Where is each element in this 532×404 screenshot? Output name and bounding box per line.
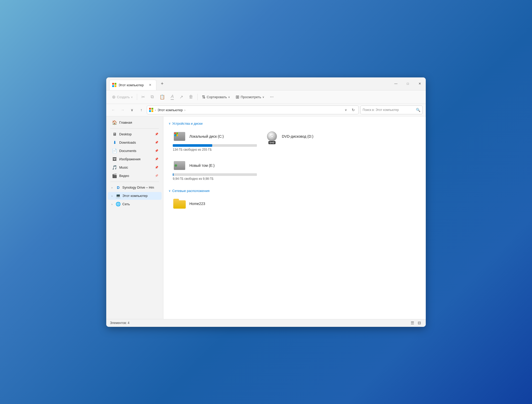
sidebar-item-home[interactable]: 🏠 Главная bbox=[108, 119, 162, 127]
titlebar: Этот компьютер ✕ + — □ ✕ bbox=[106, 77, 426, 90]
sort-chevron: ∨ bbox=[228, 96, 230, 98]
status-view-controls: ☰ ⊟ bbox=[410, 320, 422, 326]
main-window: Этот компьютер ✕ + — □ ✕ ⊕ Создать ∨ ✂ ⧉… bbox=[106, 77, 426, 327]
downloads-label: Downloads bbox=[119, 141, 153, 144]
view-label: Просмотреть bbox=[241, 95, 261, 99]
drive-e-info: 9,94 ГБ свободно из 9,98 ГБ bbox=[173, 177, 257, 181]
synology-icon: D bbox=[116, 185, 121, 190]
view-grid-button[interactable]: ⊟ bbox=[417, 320, 422, 326]
pictures-pin-icon: 📌 bbox=[155, 157, 158, 161]
up-button[interactable]: ↑ bbox=[137, 106, 145, 114]
delete-icon: 🗑 bbox=[189, 94, 193, 100]
folder-home223-name: Home223 bbox=[189, 202, 205, 206]
maximize-button[interactable]: □ bbox=[402, 77, 414, 90]
folder-home223-item[interactable]: Home223 bbox=[171, 196, 259, 211]
drive-c-body bbox=[174, 132, 185, 141]
address-bar[interactable]: › Этот компьютер › ∨ ↻ bbox=[147, 105, 359, 114]
new-tab-button[interactable]: + bbox=[158, 80, 166, 88]
synology-label: Synology Drive – Hm bbox=[122, 186, 154, 189]
dvd-disc bbox=[267, 131, 277, 141]
documents-icon: 📄 bbox=[112, 148, 117, 154]
main-area: 🏠 Главная 🖥 Desktop 📌 ⬇ Downloads 📌 📄 Do… bbox=[106, 116, 426, 319]
close-button[interactable]: ✕ bbox=[414, 77, 426, 90]
network-section-chevron: ∨ bbox=[169, 189, 171, 193]
drive-c-bar-wrap bbox=[173, 144, 257, 147]
search-box[interactable]: Поиск в: Этот компьютер 🔍 bbox=[360, 105, 423, 114]
active-tab[interactable]: Этот компьютер ✕ bbox=[109, 80, 156, 90]
drive-dvd-header: DVD DVD-дисковод (D:) bbox=[265, 131, 349, 142]
sidebar: 🏠 Главная 🖥 Desktop 📌 ⬇ Downloads 📌 📄 Do… bbox=[106, 116, 163, 319]
address-refresh-button[interactable]: ↻ bbox=[350, 107, 356, 112]
network-chevron-icon: › bbox=[110, 203, 114, 206]
music-pin-icon: 📌 bbox=[155, 166, 158, 169]
more-button[interactable]: ··· bbox=[267, 92, 276, 102]
view-list-button[interactable]: ☰ bbox=[410, 320, 415, 326]
recent-button[interactable]: ∨ bbox=[128, 106, 136, 114]
drive-c-info: 134 ГБ свободно из 255 ГБ bbox=[173, 148, 257, 151]
hdd-icon-body bbox=[174, 161, 185, 170]
create-label: Создать bbox=[117, 95, 130, 99]
this-pc-icon: 💻 bbox=[116, 193, 121, 198]
drive-dvd-item[interactable]: DVD DVD-дисковод (D:) bbox=[263, 129, 351, 154]
forward-button[interactable]: → bbox=[119, 106, 127, 114]
downloads-icon: ⬇ bbox=[112, 140, 117, 145]
home-label: Главная bbox=[119, 121, 158, 124]
drive-e-icon bbox=[173, 160, 186, 171]
sidebar-item-this-pc[interactable]: › 💻 Этот компьютер bbox=[108, 192, 162, 200]
create-button[interactable]: ⊕ Создать ∨ bbox=[109, 92, 135, 102]
sidebar-item-desktop[interactable]: 🖥 Desktop 📌 bbox=[108, 130, 162, 138]
create-icon: ⊕ bbox=[112, 94, 116, 100]
sidebar-item-documents[interactable]: 📄 Documents 📌 bbox=[108, 147, 162, 155]
cut-button[interactable]: ✂ bbox=[139, 92, 148, 102]
music-label: Music bbox=[119, 165, 153, 169]
desktop-pin-icon: 📌 bbox=[155, 133, 158, 136]
network-section-header[interactable]: ∨ Сетевые расположения bbox=[169, 189, 421, 193]
view-icon: ⊞ bbox=[236, 94, 239, 100]
toolbar: ⊕ Создать ∨ ✂ ⧉ 📋 A ↗ 🗑 ⇅ Сортировать ∨ bbox=[106, 90, 426, 104]
video-pin-icon: 📌 bbox=[155, 174, 158, 177]
rename-button[interactable]: A bbox=[168, 92, 176, 102]
video-icon: 🎬 bbox=[112, 173, 117, 178]
minimize-button[interactable]: — bbox=[390, 77, 402, 90]
address-path: Этот компьютер bbox=[157, 108, 183, 112]
sidebar-item-video[interactable]: 🎬 Видео 📌 bbox=[108, 172, 162, 180]
tab-title: Этот компьютер bbox=[118, 83, 144, 87]
sidebar-divider-1 bbox=[110, 128, 159, 129]
sidebar-divider-2 bbox=[110, 182, 159, 182]
devices-section-header[interactable]: ∨ Устройства и диски bbox=[169, 122, 421, 125]
drive-dvd-name: DVD-дисковод (D:) bbox=[282, 134, 313, 138]
create-chevron: ∨ bbox=[131, 96, 133, 98]
sidebar-item-downloads[interactable]: ⬇ Downloads 📌 bbox=[108, 139, 162, 147]
sort-icon: ⇅ bbox=[202, 94, 205, 100]
copy-button[interactable]: ⧉ bbox=[148, 92, 156, 102]
address-dropdown-button[interactable]: ∨ bbox=[343, 108, 349, 112]
drive-e-bar-fill bbox=[173, 173, 174, 176]
drive-e-item[interactable]: Новый том (E:) 9,94 ГБ свободно из 9,98 … bbox=[171, 158, 259, 183]
delete-button[interactable]: 🗑 bbox=[186, 92, 196, 102]
address-separator-2: › bbox=[184, 108, 185, 112]
documents-pin-icon: 📌 bbox=[155, 149, 158, 153]
paste-icon: 📋 bbox=[159, 94, 165, 100]
back-button[interactable]: ← bbox=[109, 106, 117, 114]
rename-icon: A bbox=[171, 94, 174, 100]
share-button[interactable]: ↗ bbox=[177, 92, 186, 102]
sort-label: Сортировать bbox=[207, 95, 227, 99]
sort-button[interactable]: ⇅ Сортировать ∨ bbox=[199, 92, 233, 102]
sidebar-item-network[interactable]: › 🌐 Сеть bbox=[108, 200, 162, 208]
folder-body bbox=[173, 200, 186, 209]
sidebar-item-synology[interactable]: › D Synology Drive – Hm bbox=[108, 184, 162, 191]
downloads-pin-icon: 📌 bbox=[155, 141, 158, 144]
folder-home223-header: Home223 bbox=[173, 198, 257, 209]
sidebar-item-music[interactable]: 🎵 Music 📌 bbox=[108, 164, 162, 171]
dvd-label-text: DVD bbox=[268, 141, 275, 144]
drive-e-header: Новый том (E:) bbox=[173, 160, 257, 171]
drive-e-name: Новый том (E:) bbox=[189, 163, 215, 168]
drive-c-item[interactable]: Локальный диск (C:) 134 ГБ свободно из 2… bbox=[171, 129, 259, 154]
sidebar-item-pictures[interactable]: 🖼 Изображения 📌 bbox=[108, 155, 162, 163]
paste-button[interactable]: 📋 bbox=[157, 92, 168, 102]
folder-icon-shape bbox=[173, 199, 186, 209]
drive-e-bar-wrap bbox=[173, 173, 257, 176]
tab-close-button[interactable]: ✕ bbox=[148, 83, 152, 87]
view-button[interactable]: ⊞ Просмотреть ∨ bbox=[233, 92, 267, 102]
status-bar: Элементов: 4 ☰ ⊟ bbox=[106, 319, 426, 327]
